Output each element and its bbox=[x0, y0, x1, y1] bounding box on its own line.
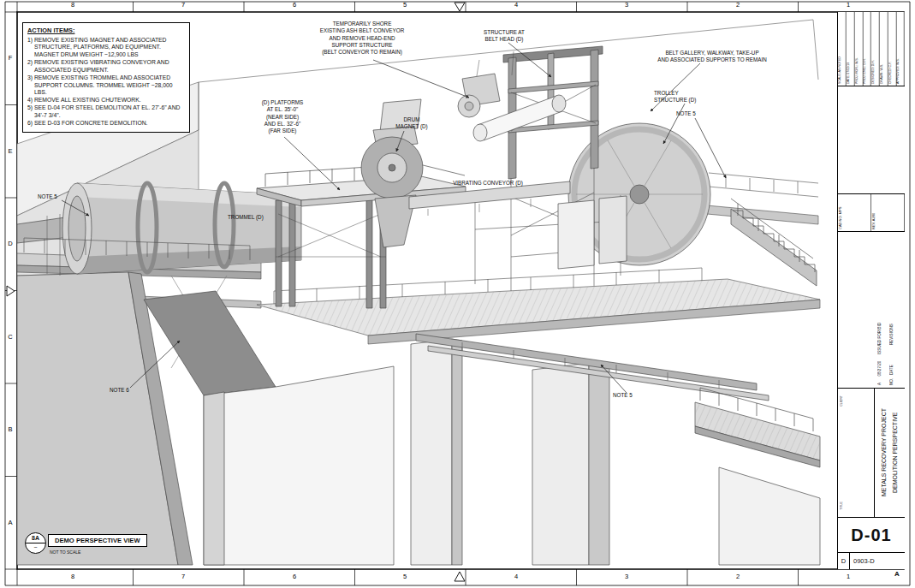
action-items-box: ACTION ITEMS: 1) REMOVE EXISTING MAGNET … bbox=[22, 22, 190, 133]
grid-label-left: E bbox=[6, 147, 15, 155]
grid-label-top: 6 bbox=[289, 1, 300, 9]
grid-label-left: D bbox=[6, 240, 15, 247]
annotation-belt-gallery: BELT GALLERY, WALKWAY, TAKE-UP AND ASSOC… bbox=[639, 50, 786, 64]
revision-entry: A 08/27/20 ISSUED FOR BID bbox=[877, 235, 882, 385]
grid-label-top: 2 bbox=[733, 1, 743, 9]
annotation-note5-lower: NOTE 5 bbox=[613, 392, 647, 399]
info-field: PROJ. MGR.: W.S. bbox=[855, 12, 864, 86]
annotation-trolley-structure: TROLLEY STRUCTURE (D) bbox=[654, 90, 722, 104]
annotation-structure-belt-head: STRUCTURE AT BELT HEAD (D) bbox=[470, 29, 538, 44]
client-cell: CLIENT TITLE bbox=[838, 389, 875, 517]
sheet-title-line2: DEMOLITION PERSPECTIVE bbox=[890, 408, 901, 496]
view-number: 8A bbox=[26, 533, 45, 543]
title-block-title-area: CLIENT TITLE METALS RECOVERY PROJECT DEM… bbox=[838, 389, 905, 518]
title-label: TITLE bbox=[840, 502, 843, 510]
grid-label-top: 3 bbox=[621, 1, 632, 9]
revision-letter-corner: A bbox=[894, 570, 900, 578]
grid-label-bottom: 8 bbox=[68, 573, 78, 580]
info-field: CHECKED: C.F. bbox=[888, 12, 897, 86]
grid-label-top: 7 bbox=[178, 1, 188, 9]
annotation-vibrating-conveyor: VIBRATING CONVEYOR (D) bbox=[432, 180, 544, 187]
revision-header: NO. DATE REVISIONS bbox=[889, 235, 894, 385]
info-field: DATE: 07/02/19 bbox=[847, 12, 855, 86]
grid-label-bottom: 7 bbox=[178, 573, 188, 580]
annotation-temporary-shore: TEMPORARILY SHORE EXISTING ASH BELT CONV… bbox=[301, 21, 423, 56]
action-item: 2) REMOVE EXISTING VIBRATING CONVEYOR AN… bbox=[27, 59, 185, 74]
action-item: 1) REMOVE EXISTING MAGNET AND ASSOCIATED… bbox=[27, 37, 185, 59]
cad-cell: CAD NO. MPS bbox=[838, 194, 871, 231]
title-block: SCALE: AS NOTED DATE: 07/02/19 PROJ. MGR… bbox=[837, 12, 905, 569]
annotation-note6: NOTE 6 bbox=[110, 387, 144, 394]
annotation-note5-left: NOTE 5 bbox=[38, 193, 72, 200]
title-block-cad-cells: CAD NO. MPS REV. A280 bbox=[838, 194, 905, 232]
annotation-note5-trolley: NOTE 5 bbox=[676, 110, 710, 117]
client-label: CLIENT bbox=[840, 395, 843, 407]
grid-label-top: 1 bbox=[843, 1, 853, 9]
grid-label-left: F bbox=[6, 54, 15, 62]
view-callout-bubble: 8A ~ bbox=[25, 532, 46, 554]
grid-label-top: 4 bbox=[511, 1, 521, 9]
title-block-revisions: A 08/27/20 ISSUED FOR BID NO. DATE REVIS… bbox=[838, 232, 905, 389]
grid-label-bottom: 1 bbox=[843, 573, 853, 580]
grid-label-left: B bbox=[6, 425, 15, 433]
info-field: APPROVED: W.S. bbox=[896, 12, 905, 86]
info-field: SCALE: AS NOTED bbox=[838, 12, 847, 86]
grid-label-top: 8 bbox=[68, 1, 78, 9]
cad-cell: REV. A280 bbox=[871, 194, 905, 231]
title-block-info-fields: SCALE: AS NOTED DATE: 07/02/19 PROJ. MGR… bbox=[838, 12, 905, 86]
title-block-stamp-area bbox=[838, 86, 905, 194]
action-item: 3) REMOVE EXISTING TROMMEL AND ASSOCIATE… bbox=[27, 74, 185, 97]
drawing-number-row: D 0903-D bbox=[838, 553, 905, 569]
drawing-number-prefix: D bbox=[838, 553, 850, 569]
stairs-and-gallery bbox=[707, 173, 818, 224]
info-field: DESIGNED: D.H. bbox=[871, 12, 880, 86]
action-item: 4) REMOVE ALL EXISTING CHUTEWORK. bbox=[27, 97, 185, 104]
match-mark-top bbox=[455, 3, 465, 11]
sheet-title-line1: METALS RECOVERY PROJECT bbox=[878, 408, 889, 496]
annotation-trommel: TROMMEL (D) bbox=[228, 214, 288, 221]
grid-label-bottom: 4 bbox=[511, 573, 521, 580]
grid-label-bottom: 3 bbox=[621, 573, 632, 580]
grid-label-left: C bbox=[6, 333, 15, 341]
annotation-platforms: (D) PLATFORMS AT EL. 35'-0" (NEAR SIDE) … bbox=[249, 99, 316, 134]
match-mark-left bbox=[7, 286, 15, 296]
action-item: 5) SEE D-04 FOR STEEL DEMOLITION AT EL. … bbox=[27, 104, 185, 120]
match-mark-bottom bbox=[455, 572, 465, 581]
sheet-number: D-01 bbox=[838, 518, 905, 553]
grid-label-top: 5 bbox=[400, 1, 410, 9]
grid-label-bottom: 2 bbox=[733, 573, 743, 580]
view-sheet-ref: ~ bbox=[33, 543, 37, 552]
grid-label-left: A bbox=[6, 519, 15, 526]
action-items-title: ACTION ITEMS: bbox=[27, 27, 185, 35]
info-field: PROJ. ENG.: D.H. bbox=[863, 12, 871, 86]
drawing-sheet: 8 7 6 5 4 3 2 1 8 7 6 5 4 3 2 1 F E D C … bbox=[0, 0, 915, 588]
view-scale: NOT TO SCALE bbox=[50, 549, 80, 555]
drawing-number: 0903-D bbox=[850, 557, 875, 565]
sheet-title-cell: METALS RECOVERY PROJECT DEMOLITION PERSP… bbox=[875, 389, 905, 517]
grid-label-bottom: 6 bbox=[289, 573, 300, 580]
grid-label-bottom: 5 bbox=[400, 573, 410, 580]
info-field: DRAWN: W.S. bbox=[880, 12, 888, 86]
annotation-drum-magnet: DRUM MAGNET (D) bbox=[387, 116, 437, 131]
view-title: DEMO PERSPECTIVE VIEW bbox=[48, 534, 147, 547]
action-item: 6) SEE D-03 FOR CONCRETE DEMOLITION. bbox=[27, 120, 185, 128]
